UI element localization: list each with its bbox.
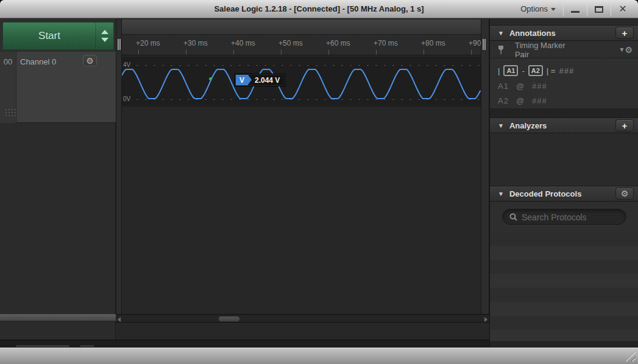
cursor-point-icon (209, 77, 212, 80)
scrollbar-thumb[interactable] (218, 316, 240, 322)
formula-open: | (498, 66, 500, 75)
badge-arrow-icon (248, 75, 252, 85)
timeline-tick-mark (281, 50, 282, 55)
device-panel: Start 00 Channel 0 ⚙ (0, 18, 116, 347)
gear-icon: ⚙ (86, 57, 94, 65)
timeline-tick-label: +90 ms (469, 39, 481, 47)
marker-a1-chip[interactable]: A1 (503, 65, 518, 76)
channel-name: Channel 0 (20, 57, 56, 66)
sidebar: ▼ Annotations + Timing Marker Pair ▼ ⚙ | (489, 18, 638, 347)
protocol-search-pill[interactable] (502, 209, 626, 225)
arrow-up-icon (101, 30, 108, 34)
right-scroll-track[interactable] (481, 19, 489, 323)
list-row (490, 316, 638, 330)
marker-a2-chip[interactable]: A2 (528, 65, 543, 76)
list-row (490, 260, 638, 274)
formula-minus: - (522, 66, 524, 75)
list-row (490, 302, 638, 316)
window-controls: ✕ (563, 0, 634, 18)
sine-wave-trace (122, 57, 481, 107)
decoded-protocols-settings-button[interactable]: ⚙ (615, 187, 634, 200)
channel-settings-button[interactable]: ⚙ (83, 55, 97, 66)
horizontal-scrollbar[interactable] (116, 314, 489, 323)
marker-a1-label: A1 (498, 82, 509, 91)
arrow-down-icon (101, 38, 108, 42)
protocol-search-block (490, 202, 638, 232)
formula-close: | = (547, 66, 556, 75)
analyzers-title: Analyzers (509, 121, 547, 130)
device-panel-scrollbar[interactable] (0, 313, 116, 321)
options-menu[interactable]: Options (520, 4, 556, 13)
marker-type-select[interactable]: Timing Marker Pair ▼ (515, 41, 625, 59)
maximize-button[interactable] (587, 1, 611, 18)
scroll-grip-icon[interactable] (118, 39, 121, 50)
options-label: Options (520, 4, 548, 13)
timeline-tick-label: +30 ms (183, 39, 208, 47)
analyzers-header[interactable]: ▼ Analyzers + (490, 117, 638, 133)
section-divider (490, 108, 638, 117)
marker-difference-value: ### (559, 66, 574, 75)
start-options-toggle[interactable] (96, 23, 113, 49)
timing-marker-pair-row[interactable]: Timing Marker Pair ▼ ⚙ (490, 41, 638, 58)
at-symbol: @ (516, 96, 525, 105)
collapse-triangle-icon[interactable]: ▼ (498, 191, 504, 197)
app-window: Saleae Logic 1.2.18 - [Connected] - [50 … (0, 0, 638, 364)
marker-a1-line: A1 @ ### (498, 79, 638, 93)
timeline-tick-mark (424, 50, 424, 55)
timeline-tick-mark (138, 50, 139, 55)
voltage-tooltip: V 2.044 V (235, 74, 285, 86)
add-analyzer-button[interactable]: + (615, 119, 634, 131)
start-button-label[interactable]: Start (3, 23, 96, 49)
marker-a2-label: A2 (498, 96, 509, 105)
minimize-icon (571, 11, 580, 13)
timeline-top-strip (122, 19, 481, 35)
scroll-right-icon[interactable] (484, 317, 487, 322)
analyzers-empty-area (490, 134, 638, 186)
gear-icon: ⚙ (621, 189, 629, 198)
timeline-tick-label: +70 ms (374, 39, 398, 47)
timeline-ruler[interactable]: +20 ms +30 ms +40 ms +50 ms +60 ms +70 m… (122, 35, 481, 55)
start-capture-button[interactable]: Start (2, 22, 114, 50)
left-scroll-track[interactable] (116, 19, 122, 323)
list-row (490, 288, 638, 302)
add-annotation-button[interactable]: + (615, 27, 634, 39)
marker-settings-icon[interactable]: ⚙ (625, 45, 633, 55)
marker-difference-line: | A1 - A2 | = ### (498, 63, 638, 78)
search-icon (509, 213, 517, 221)
voltage-value: 2.044 V (249, 76, 285, 85)
timeline-tick-mark (233, 50, 234, 55)
decoded-protocols-header[interactable]: ▼ Decoded Protocols ⚙ (490, 186, 638, 201)
search-protocols-input[interactable] (522, 212, 619, 222)
scroll-grip-icon[interactable] (483, 39, 486, 50)
collapse-triangle-icon[interactable]: ▼ (498, 122, 504, 129)
timeline-tick-label: +50 ms (278, 39, 303, 47)
at-symbol: @ (516, 82, 525, 91)
timeline-tick-mark (328, 50, 329, 55)
close-button[interactable]: ✕ (611, 1, 634, 18)
analog-waveform-view[interactable]: 4V 0V V 2.044 V (122, 57, 481, 107)
marker-a2-value: ### (532, 96, 547, 105)
timeline-tick-label: +40 ms (231, 39, 255, 47)
titlebar: Saleae Logic 1.2.18 - [Connected] - [50 … (0, 0, 638, 18)
annotations-header[interactable]: ▼ Annotations + (490, 25, 638, 41)
marker-a2-line: A2 @ ### (498, 94, 638, 107)
chevron-down-icon: ▼ (619, 46, 625, 53)
protocol-list (490, 232, 638, 341)
timeline-tick-label: +80 ms (421, 39, 445, 47)
start-row: Start (0, 18, 116, 52)
channel-index: 00 (0, 52, 16, 123)
sidebar-bottom-strip (490, 341, 638, 347)
scroll-left-icon[interactable] (118, 317, 121, 322)
list-row (490, 330, 638, 341)
annotations-title: Annotations (509, 29, 556, 38)
graph-region: +20 ms +30 ms +40 ms +50 ms +60 ms +70 m… (116, 18, 489, 347)
channel-row: 00 Channel 0 ⚙ (0, 52, 116, 123)
drag-handle-icon[interactable] (5, 109, 7, 110)
resize-grip-icon[interactable] (625, 351, 636, 362)
status-bar (0, 347, 638, 364)
collapse-triangle-icon[interactable]: ▼ (498, 30, 504, 37)
minimize-button[interactable] (564, 1, 587, 18)
timeline-tick-mark (376, 50, 377, 55)
marker-values-panel: | A1 - A2 | = ### A1 @ ### A2 @ ### (490, 58, 638, 108)
marker-pin-icon (497, 45, 505, 55)
